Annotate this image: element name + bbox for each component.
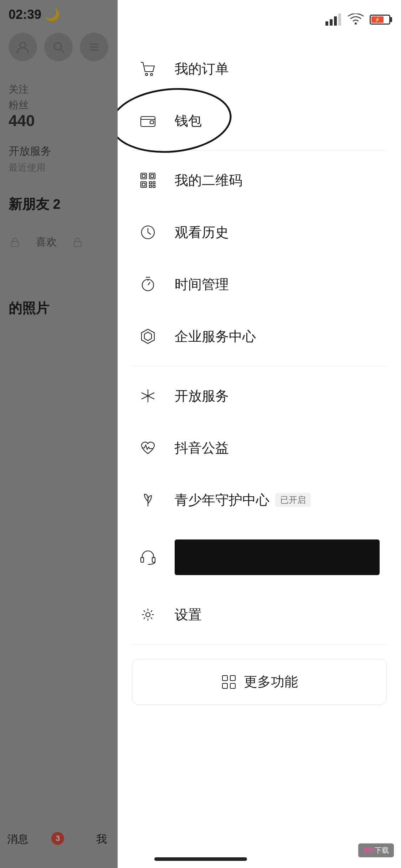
- time-label: 时间管理: [175, 275, 229, 294]
- svg-rect-24: [153, 182, 155, 184]
- svg-rect-20: [151, 175, 154, 177]
- svg-rect-22: [142, 183, 145, 186]
- svg-rect-16: [150, 121, 154, 124]
- hexagon-icon: [135, 324, 160, 349]
- menu-item-headset[interactable]: [118, 526, 401, 589]
- history-label: 观看历史: [175, 223, 229, 242]
- menu-item-history[interactable]: 观看历史: [118, 206, 401, 258]
- svg-rect-15: [141, 117, 155, 126]
- divider-3: [132, 644, 387, 645]
- enterprise-label: 企业服务中心: [175, 327, 256, 346]
- qrcode-label: 我的二维码: [175, 171, 242, 190]
- svg-rect-25: [149, 185, 151, 187]
- wallet-label: 钱包: [175, 112, 202, 130]
- svg-rect-10: [334, 16, 337, 26]
- svg-point-36: [146, 613, 150, 617]
- svg-rect-17: [141, 173, 146, 179]
- svg-rect-35: [152, 557, 155, 562]
- more-features-label: 更多功能: [244, 673, 298, 691]
- menu-item-enterprise[interactable]: 企业服务中心: [118, 310, 401, 362]
- menu-item-orders[interactable]: 我的订单: [118, 43, 401, 95]
- svg-marker-30: [144, 332, 151, 341]
- svg-rect-38: [230, 676, 235, 681]
- svg-point-14: [150, 73, 153, 76]
- clock-icon: [135, 220, 160, 245]
- cart-icon: [135, 56, 160, 81]
- drawer-status-bar: [118, 0, 401, 39]
- menu-item-time[interactable]: 时间管理: [118, 258, 401, 310]
- menu-item-youth[interactable]: 青少年守护中心 已开启: [118, 474, 401, 526]
- watermark: VIP下载: [358, 843, 394, 857]
- youth-badge: 已开启: [275, 493, 311, 507]
- menu-item-open[interactable]: 开放服务: [118, 370, 401, 422]
- signal-icon: [325, 14, 342, 26]
- svg-rect-8: [325, 21, 328, 26]
- more-features-button[interactable]: 更多功能: [132, 659, 387, 705]
- divider-2: [132, 366, 387, 366]
- orders-label: 我的订单: [175, 60, 229, 78]
- svg-rect-39: [222, 683, 227, 688]
- sprout-icon: [135, 487, 160, 512]
- svg-rect-34: [141, 557, 144, 562]
- headset-label-blocked: [175, 539, 380, 575]
- youth-label: 青少年守护中心: [175, 491, 269, 509]
- qrcode-icon: [135, 168, 160, 193]
- battery-icon: [370, 15, 390, 25]
- wifi-icon: [348, 14, 364, 26]
- svg-rect-21: [141, 182, 146, 187]
- wallet-icon: [135, 108, 160, 133]
- headset-icon: [135, 545, 160, 570]
- svg-point-12: [355, 22, 357, 25]
- svg-rect-37: [222, 676, 227, 681]
- dim-overlay[interactable]: [0, 0, 118, 868]
- charity-label: 抖音公益: [175, 439, 229, 457]
- heart-pulse-icon: [135, 435, 160, 460]
- svg-rect-11: [338, 14, 341, 26]
- timer-icon: [135, 272, 160, 297]
- divider-1: [132, 150, 387, 151]
- svg-marker-29: [142, 329, 154, 343]
- svg-rect-18: [142, 175, 145, 177]
- svg-rect-19: [149, 173, 155, 179]
- menu-item-settings[interactable]: 设置: [118, 589, 401, 641]
- menu-item-wallet[interactable]: 钱包: [118, 95, 401, 147]
- menu-item-charity[interactable]: 抖音公益: [118, 422, 401, 474]
- more-features-icon: [221, 674, 237, 690]
- svg-point-13: [145, 73, 148, 76]
- open-label: 开放服务: [175, 387, 229, 405]
- svg-rect-40: [230, 683, 235, 688]
- more-features-wrap: 更多功能: [118, 648, 401, 723]
- home-indicator: [154, 857, 247, 861]
- asterisk-icon: [135, 383, 160, 408]
- svg-rect-9: [330, 19, 333, 26]
- drawer-panel: 我的订单 钱包: [118, 0, 401, 868]
- svg-rect-26: [153, 185, 155, 187]
- menu-item-qrcode[interactable]: 我的二维码: [118, 154, 401, 206]
- settings-icon: [135, 602, 160, 627]
- svg-rect-23: [149, 182, 151, 184]
- menu-list: 我的订单 钱包: [118, 43, 401, 868]
- settings-label: 设置: [175, 606, 202, 624]
